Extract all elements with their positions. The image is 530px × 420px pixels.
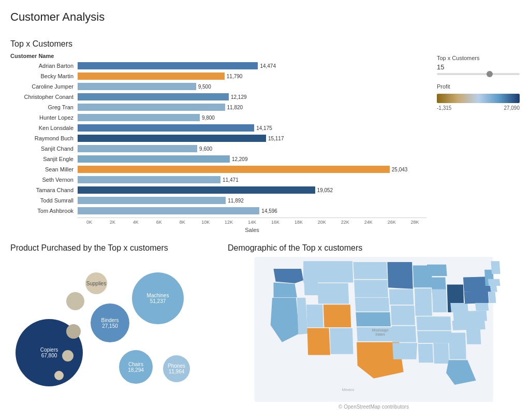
table-row: Sanjit Engle12,209	[10, 154, 426, 164]
bar-label: Christopher Conant	[10, 94, 78, 100]
x-tick: 28K	[403, 218, 426, 225]
profit-max: 27,090	[504, 105, 520, 111]
slider-thumb[interactable]	[487, 71, 493, 77]
bar-label: Todd Sumrall	[10, 197, 78, 204]
bar	[78, 73, 225, 80]
bar	[78, 114, 200, 121]
state-md	[475, 303, 489, 311]
list-item	[62, 350, 73, 361]
table-row: Ken Lonsdale14,175	[10, 123, 426, 133]
bar-label: Greg Tran	[10, 104, 78, 110]
x-tick: 22K	[333, 218, 357, 225]
table-row: Becky Martin11,790	[10, 71, 426, 81]
bar-area: 14,596	[78, 206, 426, 215]
bar-label: Sanjit Engle	[10, 156, 78, 162]
state-az	[307, 328, 330, 355]
bar-area: 15,117	[78, 134, 426, 143]
bubble-chart-title: Product Purchased by the Top x customers	[10, 243, 217, 253]
bar-value: 12,129	[231, 94, 247, 100]
table-row: Greg Tran11,820	[10, 103, 426, 112]
controls-panel: Top x Customers 15 Profit -1,315 27,090	[437, 39, 520, 233]
bubble-label: Supplies	[86, 281, 106, 286]
bar-label: Hunter Lopez	[10, 114, 78, 121]
bar-label: Becky Martin	[10, 73, 78, 79]
bar-area: 11,790	[78, 71, 426, 81]
map-container: Demographic of the Top x customers	[228, 243, 520, 410]
state-co	[323, 305, 351, 327]
profit-labels: -1,315 27,090	[437, 105, 520, 111]
bubble-chart-container: Product Purchased by the Top x customers…	[10, 243, 217, 410]
bar	[78, 145, 197, 152]
state-ar	[392, 326, 417, 342]
state-ky	[416, 316, 451, 330]
profit-label: Profit	[437, 83, 520, 90]
state-mt	[303, 261, 353, 282]
bubble-value: 67,800	[41, 353, 57, 358]
list-item: Supplies	[85, 272, 107, 294]
bar-value: 9,800	[202, 115, 215, 121]
state-il	[415, 288, 432, 316]
bar-label: Tamara Chand	[10, 187, 78, 193]
state-pa	[464, 291, 489, 304]
bar-value: 25,043	[392, 167, 408, 172]
x-axis: 0K2K4K6K8K10K12K14K16K18K20K22K24K26K28K	[78, 218, 426, 225]
bubble-value: 11,964	[169, 369, 185, 374]
bar-label: Raymond Buch	[10, 135, 78, 141]
bar-value: 19,052	[317, 187, 333, 193]
state-sc	[466, 329, 481, 344]
bubble-label: Binders	[101, 317, 119, 323]
bar-value: 9,600	[199, 146, 212, 152]
bar-area: 11,471	[78, 175, 426, 184]
bubble-value: 18,294	[128, 367, 144, 373]
table-row: Hunter Lopez9,800	[10, 113, 426, 122]
state-mi-upper	[427, 265, 447, 276]
table-row: Seth Vernon11,471	[10, 175, 426, 184]
bar-value: 14,474	[260, 63, 276, 69]
bubble-chart: Copiers67,800Machines51,237Binders27,150…	[10, 257, 207, 402]
bubble-label: Phones	[168, 363, 185, 369]
bar	[78, 135, 266, 142]
state-me	[491, 261, 500, 274]
bar-value: 14,596	[261, 208, 277, 214]
state-ct	[490, 286, 497, 292]
bar-area: 11,892	[78, 196, 426, 205]
map-area: Mississippi States Mexico	[228, 257, 520, 402]
bar-value: 11,820	[227, 105, 243, 110]
bar-area: 14,175	[78, 123, 426, 133]
state-nj	[489, 292, 496, 303]
table-row: Sean Miller25,043	[10, 165, 426, 174]
state-nm	[330, 328, 353, 354]
state-wa	[273, 269, 303, 283]
column-header: Customer Name	[10, 53, 426, 59]
map-attribution: © OpenStreetMap contributors	[228, 404, 520, 410]
table-row: Tamara Chand19,052	[10, 185, 426, 195]
bar-area: 9,500	[78, 82, 426, 91]
x-tick: 20K	[310, 218, 333, 225]
slider-track[interactable]	[437, 73, 520, 75]
x-tick: 4K	[124, 218, 148, 225]
bar-area: 9,600	[78, 144, 426, 153]
bar-value: 11,790	[227, 74, 243, 79]
bubble-value: 27,150	[102, 323, 118, 329]
state-in	[432, 289, 447, 312]
table-row: Adrian Barton14,474	[10, 61, 426, 70]
bar-area: 9,800	[78, 113, 426, 122]
bar-value: 11,892	[228, 198, 244, 204]
x-tick: 14K	[241, 218, 264, 225]
bar-value: 12,209	[232, 156, 248, 162]
x-tick: 12K	[217, 218, 241, 225]
state-tn	[417, 331, 452, 343]
bubble-value: 51,237	[150, 298, 166, 304]
x-tick: 18K	[287, 218, 310, 225]
top-x-label: Top x Customers	[437, 55, 520, 61]
mexico-label: Mexico	[342, 387, 354, 392]
state-al	[433, 343, 449, 364]
bar	[78, 207, 259, 214]
state-ga	[449, 333, 466, 359]
state-mn	[387, 262, 413, 289]
x-axis-label: Sales	[78, 227, 426, 233]
bottom-section: Product Purchased by the Top x customers…	[10, 243, 520, 410]
bar	[78, 186, 315, 194]
top-x-value: 15	[437, 63, 520, 71]
bar	[78, 62, 258, 69]
